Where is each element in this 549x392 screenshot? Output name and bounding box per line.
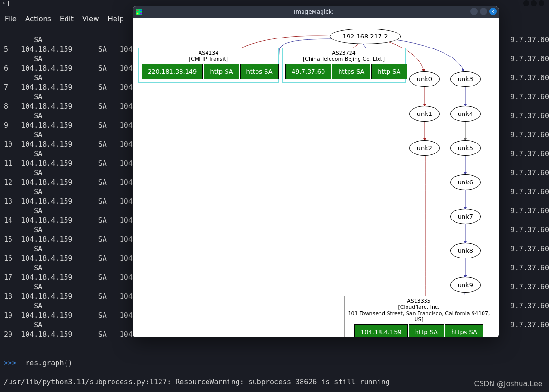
unk-node: unk5 — [450, 140, 481, 156]
unk-node: unk1 — [409, 106, 440, 122]
menu-edit[interactable]: Edit — [60, 15, 74, 23]
as-cell: https SA — [332, 64, 370, 79]
terminal-app-icon: >_ — [2, 1, 9, 6]
warning-line: /usr/lib/python3.11/subprocess.py:1127: … — [4, 377, 545, 387]
graph-canvas[interactable]: 192.168.217.2 AS4134[CMI IP Transit] 220… — [133, 18, 499, 337]
unk-node: unk6 — [450, 174, 481, 190]
window-title: ImageMagick: - — [133, 9, 499, 15]
unk-node: unk7 — [450, 209, 481, 224]
window-control-dot[interactable] — [539, 0, 544, 6]
as-cell: 49.7.37.60 — [285, 64, 331, 79]
minimize-button[interactable] — [470, 8, 478, 15]
graph-root-node: 192.168.217.2 — [330, 29, 401, 44]
as-cell: 220.181.38.149 — [142, 64, 203, 79]
unk-node: unk2 — [409, 140, 440, 156]
unk-node: unk4 — [450, 106, 481, 122]
as-cell: http SA — [409, 324, 444, 337]
imagemagick-window[interactable]: ImageMagick: - ✕ — [133, 6, 499, 337]
unk-node: unk3 — [450, 71, 481, 87]
as-cell: 104.18.4.159 — [354, 324, 408, 337]
window-control-dot[interactable] — [523, 0, 529, 6]
prompt-symbol: >>> — [4, 359, 17, 367]
unk-node: unk0 — [409, 71, 440, 87]
watermark: CSDN @Joshua.Lee — [474, 380, 542, 388]
window-control-dot[interactable] — [531, 0, 537, 6]
as-cell: http SA — [204, 64, 239, 79]
as-box-3: AS13335 [Cloudflare, Inc. 101 Townsend S… — [344, 296, 493, 337]
as-cell: http SA — [371, 64, 407, 79]
as-box-1: AS4134[CMI IP Transit] 220.181.38.149 ht… — [138, 48, 279, 83]
as-box-2: AS23724[China Telecom Bejing Co. Ltd.] 4… — [282, 48, 406, 83]
menu-view[interactable]: View — [82, 15, 99, 23]
unk-node: unk8 — [450, 243, 481, 258]
as-cell: https SA — [445, 324, 483, 337]
maximize-button[interactable] — [480, 8, 487, 15]
menu-file[interactable]: File — [5, 15, 17, 23]
titlebar[interactable]: ImageMagick: - ✕ — [133, 6, 499, 18]
unk-node: unk9 — [450, 277, 481, 293]
menu-actions[interactable]: Actions — [25, 15, 51, 23]
close-button[interactable]: ✕ — [489, 8, 497, 15]
prompt-command: res.graph() — [25, 359, 72, 367]
as-cell: https SA — [240, 64, 279, 79]
menu-help[interactable]: Help — [108, 15, 124, 23]
